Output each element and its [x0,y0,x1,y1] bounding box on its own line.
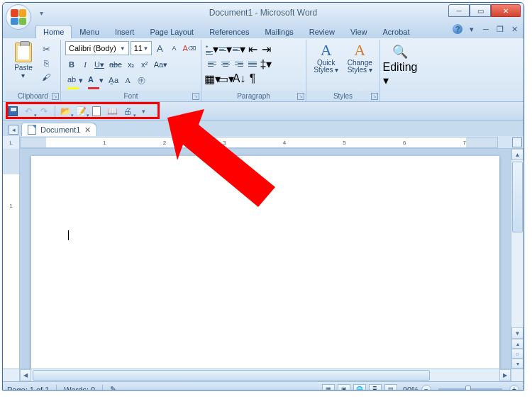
char-shading-button[interactable]: A [121,74,134,86]
zoom-level[interactable]: 90% [403,386,419,391]
copy-button[interactable]: ⎘ [40,57,52,69]
styles-dialog-launcher[interactable]: ↘ [371,93,378,100]
editing-button[interactable]: 🔍 Editing▾ [384,41,416,101]
zoom-slider[interactable] [438,388,502,391]
minimize-button[interactable]: ─ [448,4,470,17]
line-spacing-button[interactable]: ‡▾ [260,57,272,70]
doc-restore-icon[interactable]: ❐ [495,24,505,34]
maximize-button[interactable]: ▭ [470,4,491,17]
zoom-slider-thumb[interactable] [465,386,471,391]
align-right-button[interactable] [233,57,245,70]
tab-view[interactable]: View [343,25,375,38]
vscroll-track[interactable] [511,160,523,327]
doc-close-icon[interactable]: ✕ [509,24,519,34]
scroll-left-button[interactable]: ◀ [20,369,31,381]
qat-save-button[interactable] [6,104,20,118]
vscroll-thumb[interactable] [512,162,523,232]
status-proof-icon[interactable]: ✎ [110,385,116,390]
change-case-button[interactable]: Aa▾ [152,58,170,71]
zoom-out-button[interactable]: − [421,385,431,391]
scroll-down-button[interactable]: ▼ [511,327,523,339]
view-draft-button[interactable]: ▤ [384,384,397,391]
zoom-in-button[interactable]: + [509,385,519,391]
qat-dropdown-icon[interactable]: ▾ [35,7,47,18]
qat-open-button[interactable]: 📂▾ [58,104,72,118]
next-page-button[interactable]: ▾ [511,359,523,369]
char-border-button[interactable]: A̱a [106,74,121,86]
numbering-button[interactable]: ▾ [219,43,232,55]
scroll-up-button[interactable]: ▲ [511,149,523,160]
horizontal-scrollbar[interactable]: ◀ ▶ [20,369,523,381]
cut-button[interactable]: ✂ [40,43,52,55]
format-painter-button[interactable]: 🖌 [40,71,52,84]
tab-page-layout[interactable]: Page Layout [142,25,201,38]
tab-review[interactable]: Review [301,25,343,38]
view-outline-button[interactable]: ≣ [369,384,382,391]
bullets-button[interactable]: ▾ [206,43,218,55]
qat-print-preview-button[interactable]: 📖 [105,104,119,118]
view-full-screen-button[interactable]: ▣ [338,384,350,391]
qat-customize-button[interactable]: ▾ [136,104,150,118]
vertical-ruler[interactable]: 1 [3,149,20,369]
font-name-select[interactable]: Calibri (Body)▼ [65,41,129,55]
clear-formatting-button[interactable]: A⌫ [182,42,196,55]
horizontal-ruler[interactable]: 1 2 3 4 5 6 7 [20,137,498,148]
enclose-char-button[interactable]: ㊥ [135,74,148,86]
vertical-scrollbar[interactable]: ▲ ▼ ▴ ○ ▾ [511,149,523,369]
scroll-right-button[interactable]: ▶ [499,369,511,381]
office-button[interactable] [6,4,31,30]
hscroll-thumb[interactable] [33,370,430,381]
align-center-button[interactable] [219,57,232,70]
highlight-button[interactable]: ab▾ [65,74,85,86]
qat-redo-button[interactable]: ↷ [37,104,51,118]
help-icon[interactable]: ? [453,24,462,34]
clipboard-dialog-launcher[interactable]: ↘ [52,93,59,100]
font-dialog-launcher[interactable]: ↘ [192,93,199,100]
document-page[interactable] [31,156,499,369]
italic-button[interactable]: I [79,58,92,71]
paragraph-dialog-launcher[interactable]: ↘ [297,93,304,100]
hscroll-track[interactable] [31,369,499,381]
status-words[interactable]: Words: 0 [64,386,95,391]
align-left-button[interactable] [206,57,218,70]
tab-home[interactable]: Home [35,25,72,38]
tab-selector[interactable]: L [3,136,20,149]
doc-minimize-icon[interactable]: ─ [481,24,491,34]
view-print-layout-button[interactable]: ▦ [322,384,335,391]
grow-font-button[interactable]: A [153,42,166,55]
prev-page-button[interactable]: ▴ [511,339,523,349]
page-viewport[interactable] [20,149,511,369]
tab-toggle-button[interactable]: ◂ [9,125,18,135]
minimize-ribbon-icon[interactable]: ▾ [467,24,477,34]
tab-mailings[interactable]: Mailings [257,25,301,38]
superscript-button[interactable]: x² [138,58,151,71]
font-color-button[interactable]: A▾ [86,74,106,86]
close-button[interactable]: ✕ [491,4,521,17]
ruler-toggle-button[interactable] [512,137,522,147]
shrink-font-button[interactable]: A [167,42,180,55]
bold-button[interactable]: B [65,58,78,71]
shading-button[interactable]: ▦▾ [206,72,218,85]
browse-object-button[interactable]: ○ [511,349,523,359]
status-page[interactable]: Page: 1 of 1 [7,386,49,391]
multilevel-button[interactable]: ▾ [233,43,245,55]
borders-button[interactable]: ▭▾ [219,72,232,85]
qat-insert-button[interactable]: 📝▾ [74,104,88,118]
tab-insert[interactable]: Insert [107,25,143,38]
sort-button[interactable]: A↓ [233,72,245,85]
tab-references[interactable]: References [201,25,257,38]
tab-acrobat[interactable]: Acrobat [375,25,418,38]
justify-button[interactable] [246,57,259,70]
show-hide-button[interactable]: ¶ [246,72,259,85]
qat-new-button[interactable] [89,104,104,118]
view-web-layout-button[interactable]: 🌐 [353,384,366,391]
document-tab-close[interactable]: ✕ [84,125,91,135]
tab-menu[interactable]: Menu [72,25,107,38]
qat-quick-print-button[interactable]: 🖨▾ [121,104,135,118]
document-tab[interactable]: Document1 ✕ [21,123,97,136]
font-size-select[interactable]: 11▼ [131,41,153,55]
decrease-indent-button[interactable]: ⇤ [246,43,259,55]
strikethrough-button[interactable]: abc [107,58,124,71]
subscript-button[interactable]: x₂ [125,58,138,71]
underline-button[interactable]: U▾ [92,58,106,71]
